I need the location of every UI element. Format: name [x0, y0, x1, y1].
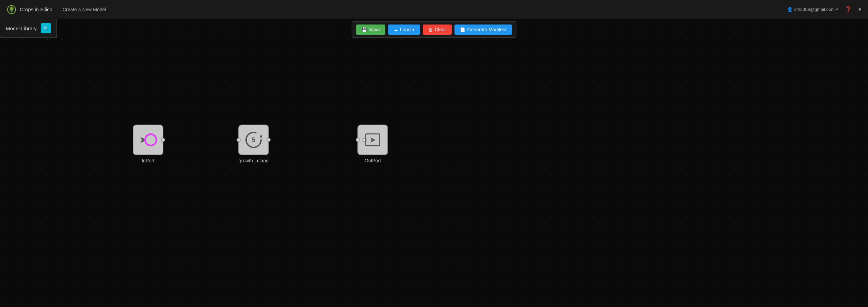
- user-area: 👤 cfh5058@gmail.com ▾ ❓ ▾: [787, 6, 861, 13]
- growth-node-label: growth_mlang: [239, 158, 269, 163]
- save-button[interactable]: 💾 Save: [356, 25, 385, 35]
- load-label: Load: [400, 27, 411, 32]
- inport-node[interactable]: ➤ InPort: [133, 125, 163, 163]
- inport-icon: ➤: [139, 133, 157, 146]
- outport-node[interactable]: ➤ OutPort: [357, 125, 388, 163]
- manifest-label: Generate Manifest: [467, 27, 507, 32]
- inport-node-label: InPort: [142, 158, 154, 163]
- user-email-text: cfh5058@gmail.com: [794, 7, 835, 12]
- create-model-link[interactable]: Create a New Model: [63, 7, 106, 12]
- growth-output-port[interactable]: [267, 138, 271, 142]
- app-name: Crops in Silico: [20, 6, 52, 12]
- user-icon: 👤: [787, 7, 793, 12]
- navbar: Crops in Silico Create a New Model 👤 cfh…: [0, 0, 868, 19]
- svg-point-1: [11, 7, 13, 10]
- inport-node-box[interactable]: ➤: [133, 125, 163, 155]
- svg-text:5: 5: [252, 136, 255, 144]
- settings-icon[interactable]: ▾: [858, 6, 861, 13]
- pink-circle-icon: [144, 133, 157, 146]
- app-logo-icon: [7, 5, 16, 14]
- load-button[interactable]: ☁ Load ▾: [388, 25, 420, 35]
- growth-icon: 5: [244, 131, 263, 149]
- growth-input-port[interactable]: [237, 138, 241, 142]
- model-library-panel: Model Library 🔍: [0, 19, 57, 38]
- growth-node-box[interactable]: 5: [238, 125, 269, 155]
- outport-box-inner: ➤: [365, 133, 380, 146]
- growth-mlang-node[interactable]: 5 growth_mlang: [238, 125, 269, 163]
- generate-manifest-button[interactable]: 📄 Generate Manifest: [454, 25, 512, 35]
- load-icon: ☁: [393, 27, 398, 32]
- logo-area: Crops in Silico: [7, 5, 52, 14]
- outport-arrow-icon: ➤: [369, 135, 376, 145]
- toolbar: 💾 Save ☁ Load ▾ 🗑 Clear 📄 Generate Manif…: [352, 21, 516, 38]
- clear-label: Clear: [435, 27, 446, 32]
- help-icon[interactable]: ❓: [845, 6, 852, 13]
- search-icon: 🔍: [43, 26, 49, 31]
- outport-icon: ➤: [365, 133, 380, 146]
- outport-node-label: OutPort: [365, 158, 381, 163]
- clear-button[interactable]: 🗑 Clear: [423, 25, 451, 35]
- outport-input-port[interactable]: [356, 138, 360, 142]
- document-icon: 📄: [460, 27, 465, 32]
- model-canvas[interactable]: ➤ InPort 5 growth_mlang: [0, 19, 868, 307]
- model-library-search-button[interactable]: 🔍: [41, 23, 51, 33]
- save-label: Save: [369, 27, 380, 32]
- save-icon: 💾: [361, 27, 367, 32]
- email-chevron-icon: ▾: [836, 7, 838, 12]
- outport-node-box[interactable]: ➤: [357, 125, 388, 155]
- load-chevron-icon: ▾: [413, 28, 415, 32]
- trash-icon: 🗑: [428, 27, 433, 32]
- model-library-title: Model Library: [6, 26, 37, 31]
- svg-marker-4: [260, 134, 262, 138]
- growth-svg-icon: 5: [244, 131, 263, 149]
- user-email-button[interactable]: 👤 cfh5058@gmail.com ▾: [787, 7, 838, 12]
- inport-output-port[interactable]: [161, 138, 165, 142]
